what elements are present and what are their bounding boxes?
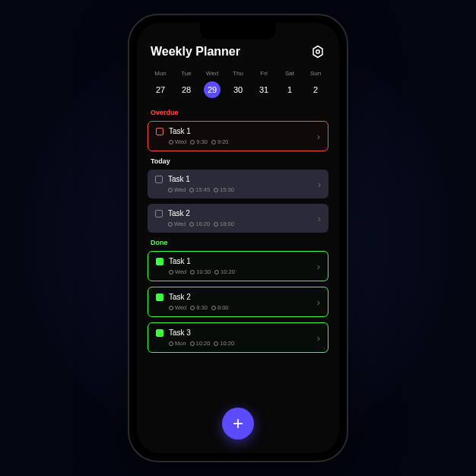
task-card[interactable]: Task 2 Wed 18:20 18:00›: [148, 204, 328, 233]
task-checkbox[interactable]: [155, 210, 163, 217]
task-name: Task 1: [169, 257, 191, 265]
clock-icon: [190, 140, 195, 144]
task-content: Task 1 Wed 15:45 15:30: [155, 175, 318, 193]
phone-notch: [200, 23, 276, 40]
task-name: Task 1: [168, 175, 190, 183]
task-meta: Wed 15:45 15:30: [168, 186, 318, 193]
task-name: Task 2: [169, 293, 191, 301]
header: Weekly Planner: [148, 44, 328, 59]
calendar-icon: [168, 222, 173, 227]
task-card[interactable]: Task 1 Wed 15:45 15:30›: [148, 170, 328, 198]
day-sun[interactable]: Sun2: [304, 70, 327, 98]
svg-marker-0: [313, 46, 322, 58]
chevron-right-icon: ›: [318, 179, 321, 190]
task-meta: Wed 18:20 18:00: [168, 221, 318, 227]
day-label: Thu: [233, 70, 243, 77]
task-meta: Wed 9:30 9:20: [169, 138, 317, 145]
chevron-right-icon: ›: [318, 213, 321, 224]
task-name: Task 2: [168, 209, 190, 217]
day-fri[interactable]: Fri31: [252, 70, 275, 98]
clock-icon: [214, 341, 218, 346]
calendar-icon: [169, 140, 173, 144]
section-overdue: OverdueTask 1 Wed 9:30 9:20›: [148, 109, 328, 151]
app-screen: Weekly Planner Mon27Tue28Wed29Thu30Fri31…: [137, 23, 339, 453]
day-sat[interactable]: Sat1: [278, 70, 301, 98]
task-meta: Mon 10:20 10:20: [169, 340, 317, 347]
section-label-overdue: Overdue: [148, 109, 328, 116]
section-label-done: Done: [148, 239, 328, 246]
clock-icon: [211, 140, 216, 144]
page-title: Weekly Planner: [151, 45, 240, 59]
clock-icon: [190, 306, 195, 310]
day-label: Sun: [310, 70, 321, 77]
clock-icon: [214, 188, 218, 192]
day-number: 31: [255, 81, 272, 98]
chevron-right-icon: ›: [317, 297, 320, 308]
day-number: 29: [204, 81, 221, 98]
day-number: 30: [230, 81, 246, 98]
clock-icon: [190, 341, 195, 346]
day-label: Tue: [181, 70, 192, 77]
day-label: Fri: [260, 70, 267, 77]
task-checkbox[interactable]: [155, 176, 163, 183]
task-checkbox[interactable]: [156, 258, 163, 265]
day-tue[interactable]: Tue28: [175, 70, 198, 98]
task-checkbox[interactable]: [156, 128, 163, 135]
calendar-icon: [169, 270, 173, 274]
task-checkbox[interactable]: [156, 329, 163, 337]
week-selector: Mon27Tue28Wed29Thu30Fri31Sat1Sun2: [148, 70, 328, 98]
section-today: TodayTask 1 Wed 15:45 15:30›Task 2 Wed 1…: [148, 157, 328, 233]
task-meta: Wed 8:30 8:00: [169, 304, 317, 311]
clock-icon: [190, 270, 195, 274]
day-number: 27: [152, 81, 169, 98]
day-label: Mon: [154, 70, 167, 77]
calendar-icon: [169, 341, 173, 346]
day-number: 2: [307, 81, 324, 98]
task-content: Task 1 Wed 9:30 9:20: [156, 127, 317, 145]
task-content: Task 1 Wed 10:30 10:20: [156, 257, 317, 275]
chevron-right-icon: ›: [317, 131, 320, 142]
task-card[interactable]: Task 1 Wed 10:30 10:20›: [148, 251, 328, 281]
day-mon[interactable]: Mon27: [149, 70, 172, 98]
section-done: DoneTask 1 Wed 10:30 10:20›Task 2 Wed 8:…: [148, 239, 328, 353]
plus-icon: +: [233, 413, 243, 434]
clock-icon: [211, 306, 216, 310]
day-label: Sat: [285, 70, 294, 77]
task-name: Task 3: [169, 328, 191, 337]
task-content: Task 2 Wed 18:20 18:00: [155, 209, 318, 227]
calendar-icon: [169, 306, 173, 310]
clock-icon: [214, 270, 219, 274]
task-checkbox[interactable]: [156, 294, 163, 301]
day-label: Wed: [206, 70, 218, 77]
settings-icon[interactable]: [310, 44, 325, 59]
task-name: Task 1: [169, 127, 191, 135]
day-thu[interactable]: Thu30: [227, 70, 249, 98]
day-number: 28: [178, 81, 195, 98]
chevron-right-icon: ›: [317, 261, 320, 272]
section-label-today: Today: [148, 157, 328, 165]
chevron-right-icon: ›: [317, 332, 320, 344]
clock-icon: [214, 222, 218, 227]
task-content: Task 3 Mon 10:20 10:20: [156, 328, 317, 347]
task-card[interactable]: Task 2 Wed 8:30 8:00›: [148, 287, 328, 317]
task-meta: Wed 10:30 10:20: [169, 268, 317, 275]
calendar-icon: [168, 188, 173, 192]
phone-frame: Weekly Planner Mon27Tue28Wed29Thu30Fri31…: [128, 14, 348, 462]
task-card[interactable]: Task 1 Wed 9:30 9:20›: [148, 121, 328, 151]
day-number: 1: [281, 81, 298, 98]
clock-icon: [189, 222, 194, 227]
svg-point-1: [316, 50, 320, 54]
clock-icon: [189, 188, 194, 192]
task-card[interactable]: Task 3 Mon 10:20 10:20›: [148, 322, 328, 353]
add-task-button[interactable]: +: [222, 408, 254, 440]
task-content: Task 2 Wed 8:30 8:00: [156, 293, 317, 311]
day-wed[interactable]: Wed29: [201, 70, 224, 98]
